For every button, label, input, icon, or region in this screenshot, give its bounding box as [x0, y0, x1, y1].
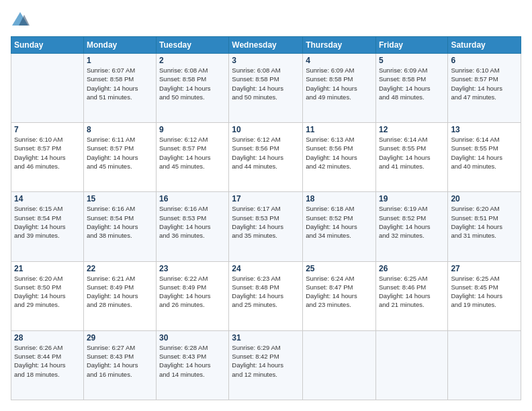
calendar-cell: 23Sunrise: 6:22 AM Sunset: 8:49 PM Dayli…: [157, 261, 229, 330]
calendar-cell: 1Sunrise: 6:07 AM Sunset: 8:58 PM Daylig…: [83, 54, 156, 123]
day-number: 7: [14, 125, 81, 134]
logo-icon: [11, 11, 30, 30]
calendar-cell: 4Sunrise: 6:09 AM Sunset: 8:58 PM Daylig…: [303, 54, 376, 123]
calendar-cell: 31Sunrise: 6:29 AM Sunset: 8:42 PM Dayli…: [229, 330, 303, 400]
day-detail: Sunrise: 6:09 AM Sunset: 8:58 PM Dayligh…: [306, 66, 373, 101]
day-detail: Sunrise: 6:28 AM Sunset: 8:43 PM Dayligh…: [159, 343, 226, 379]
day-detail: Sunrise: 6:12 AM Sunset: 8:56 PM Dayligh…: [232, 135, 300, 171]
calendar-cell: [11, 54, 84, 123]
calendar-cell: 7Sunrise: 6:10 AM Sunset: 8:57 PM Daylig…: [11, 123, 84, 192]
calendar-cell: 8Sunrise: 6:11 AM Sunset: 8:57 PM Daylig…: [83, 123, 156, 192]
day-header-monday: Monday: [83, 37, 156, 54]
day-detail: Sunrise: 6:13 AM Sunset: 8:56 PM Dayligh…: [306, 135, 373, 171]
day-detail: Sunrise: 6:16 AM Sunset: 8:53 PM Dayligh…: [159, 204, 226, 240]
calendar-cell: 29Sunrise: 6:27 AM Sunset: 8:43 PM Dayli…: [83, 330, 156, 400]
day-detail: Sunrise: 6:25 AM Sunset: 8:46 PM Dayligh…: [379, 274, 445, 310]
calendar-cell: 10Sunrise: 6:12 AM Sunset: 8:56 PM Dayli…: [229, 123, 303, 192]
day-header-tuesday: Tuesday: [157, 37, 229, 54]
day-detail: Sunrise: 6:26 AM Sunset: 8:44 PM Dayligh…: [14, 343, 81, 379]
calendar-cell: 9Sunrise: 6:12 AM Sunset: 8:57 PM Daylig…: [157, 123, 229, 192]
day-number: 17: [232, 194, 300, 203]
day-number: 20: [451, 194, 518, 203]
day-detail: Sunrise: 6:23 AM Sunset: 8:48 PM Dayligh…: [232, 274, 300, 310]
day-detail: Sunrise: 6:29 AM Sunset: 8:42 PM Dayligh…: [232, 343, 300, 379]
day-number: 9: [159, 125, 226, 134]
calendar-cell: 27Sunrise: 6:25 AM Sunset: 8:45 PM Dayli…: [448, 261, 521, 330]
day-header-wednesday: Wednesday: [229, 37, 303, 54]
calendar-cell: 25Sunrise: 6:24 AM Sunset: 8:47 PM Dayli…: [303, 261, 376, 330]
calendar-cell: 6Sunrise: 6:10 AM Sunset: 8:57 PM Daylig…: [448, 54, 521, 123]
calendar-cell: 17Sunrise: 6:17 AM Sunset: 8:53 PM Dayli…: [229, 192, 303, 261]
day-number: 10: [232, 125, 300, 134]
calendar-cell: 3Sunrise: 6:08 AM Sunset: 8:58 PM Daylig…: [229, 54, 303, 123]
calendar-cell: 15Sunrise: 6:16 AM Sunset: 8:54 PM Dayli…: [83, 192, 156, 261]
calendar-cell: 14Sunrise: 6:15 AM Sunset: 8:54 PM Dayli…: [11, 192, 84, 261]
day-number: 16: [159, 194, 226, 203]
day-detail: Sunrise: 6:24 AM Sunset: 8:47 PM Dayligh…: [306, 274, 373, 310]
calendar-cell: 12Sunrise: 6:14 AM Sunset: 8:55 PM Dayli…: [375, 123, 447, 192]
calendar-cell: 18Sunrise: 6:18 AM Sunset: 8:52 PM Dayli…: [303, 192, 376, 261]
day-detail: Sunrise: 6:07 AM Sunset: 8:58 PM Dayligh…: [87, 66, 153, 101]
calendar-cell: 13Sunrise: 6:14 AM Sunset: 8:55 PM Dayli…: [448, 123, 521, 192]
day-number: 23: [159, 264, 226, 273]
day-header-saturday: Saturday: [448, 37, 521, 54]
day-number: 14: [14, 194, 81, 203]
calendar-week-3: 14Sunrise: 6:15 AM Sunset: 8:54 PM Dayli…: [11, 192, 521, 261]
logo: [11, 11, 32, 30]
day-detail: Sunrise: 6:21 AM Sunset: 8:49 PM Dayligh…: [87, 274, 153, 310]
day-detail: Sunrise: 6:08 AM Sunset: 8:58 PM Dayligh…: [232, 66, 300, 101]
day-detail: Sunrise: 6:20 AM Sunset: 8:51 PM Dayligh…: [451, 204, 518, 240]
day-number: 31: [232, 333, 300, 342]
day-number: 28: [14, 333, 81, 342]
calendar-cell: [375, 330, 447, 400]
day-detail: Sunrise: 6:18 AM Sunset: 8:52 PM Dayligh…: [306, 204, 373, 240]
calendar-cell: 2Sunrise: 6:08 AM Sunset: 8:58 PM Daylig…: [157, 54, 229, 123]
calendar-cell: 30Sunrise: 6:28 AM Sunset: 8:43 PM Dayli…: [157, 330, 229, 400]
day-detail: Sunrise: 6:25 AM Sunset: 8:45 PM Dayligh…: [451, 274, 518, 310]
calendar-cell: 11Sunrise: 6:13 AM Sunset: 8:56 PM Dayli…: [303, 123, 376, 192]
calendar-cell: 24Sunrise: 6:23 AM Sunset: 8:48 PM Dayli…: [229, 261, 303, 330]
page: SundayMondayTuesdayWednesdayThursdayFrid…: [0, 0, 532, 411]
day-number: 27: [451, 264, 518, 273]
calendar-cell: 22Sunrise: 6:21 AM Sunset: 8:49 PM Dayli…: [83, 261, 156, 330]
header: [11, 11, 521, 30]
day-number: 30: [159, 333, 226, 342]
day-header-thursday: Thursday: [303, 37, 376, 54]
day-detail: Sunrise: 6:19 AM Sunset: 8:52 PM Dayligh…: [379, 204, 445, 240]
day-detail: Sunrise: 6:10 AM Sunset: 8:57 PM Dayligh…: [14, 135, 81, 171]
day-number: 2: [159, 56, 226, 65]
day-number: 22: [87, 264, 153, 273]
day-detail: Sunrise: 6:27 AM Sunset: 8:43 PM Dayligh…: [87, 343, 153, 379]
calendar-cell: 26Sunrise: 6:25 AM Sunset: 8:46 PM Dayli…: [375, 261, 447, 330]
day-detail: Sunrise: 6:09 AM Sunset: 8:58 PM Dayligh…: [379, 66, 445, 101]
calendar-header-row: SundayMondayTuesdayWednesdayThursdayFrid…: [11, 37, 521, 54]
day-number: 5: [379, 56, 445, 65]
day-detail: Sunrise: 6:11 AM Sunset: 8:57 PM Dayligh…: [87, 135, 153, 171]
day-detail: Sunrise: 6:22 AM Sunset: 8:49 PM Dayligh…: [159, 274, 226, 310]
calendar-cell: 28Sunrise: 6:26 AM Sunset: 8:44 PM Dayli…: [11, 330, 84, 400]
day-detail: Sunrise: 6:20 AM Sunset: 8:50 PM Dayligh…: [14, 274, 81, 310]
day-number: 3: [232, 56, 300, 65]
day-number: 24: [232, 264, 300, 273]
calendar-cell: 5Sunrise: 6:09 AM Sunset: 8:58 PM Daylig…: [375, 54, 447, 123]
day-number: 18: [306, 194, 373, 203]
day-detail: Sunrise: 6:10 AM Sunset: 8:57 PM Dayligh…: [451, 66, 518, 101]
day-number: 13: [451, 125, 518, 134]
day-header-sunday: Sunday: [11, 37, 84, 54]
calendar-table: SundayMondayTuesdayWednesdayThursdayFrid…: [11, 36, 521, 400]
day-detail: Sunrise: 6:08 AM Sunset: 8:58 PM Dayligh…: [159, 66, 226, 101]
calendar-cell: [303, 330, 376, 400]
day-detail: Sunrise: 6:14 AM Sunset: 8:55 PM Dayligh…: [451, 135, 518, 171]
day-number: 29: [87, 333, 153, 342]
calendar-week-1: 1Sunrise: 6:07 AM Sunset: 8:58 PM Daylig…: [11, 54, 521, 123]
day-detail: Sunrise: 6:16 AM Sunset: 8:54 PM Dayligh…: [87, 204, 153, 240]
day-number: 12: [379, 125, 445, 134]
day-number: 1: [87, 56, 153, 65]
day-detail: Sunrise: 6:15 AM Sunset: 8:54 PM Dayligh…: [14, 204, 81, 240]
calendar-cell: [448, 330, 521, 400]
calendar-cell: 19Sunrise: 6:19 AM Sunset: 8:52 PM Dayli…: [375, 192, 447, 261]
calendar-week-2: 7Sunrise: 6:10 AM Sunset: 8:57 PM Daylig…: [11, 123, 521, 192]
day-number: 25: [306, 264, 373, 273]
calendar-week-4: 21Sunrise: 6:20 AM Sunset: 8:50 PM Dayli…: [11, 261, 521, 330]
day-number: 19: [379, 194, 445, 203]
